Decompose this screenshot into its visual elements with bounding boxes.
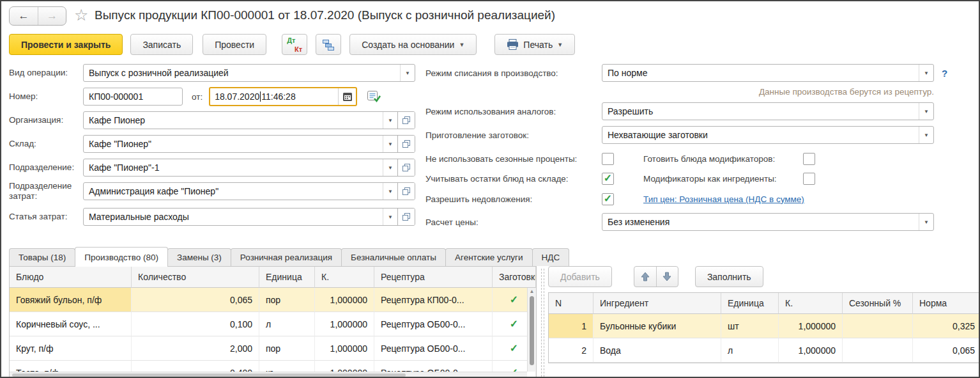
analogs-mode-select[interactable]: Разрешить ▼ [602,102,934,120]
chevron-down-icon[interactable]: ▼ [919,65,933,81]
warehouse-open-button[interactable] [397,136,415,152]
date-input[interactable]: 18.07.2020 11:46:28 [209,87,357,106]
tab-vat[interactable]: НДС [532,248,570,266]
column-header-k[interactable]: К. [315,267,374,288]
cell-ingredient[interactable]: Бульонные кубики [593,314,721,338]
move-down-button[interactable] [656,267,678,287]
cell-quantity[interactable]: 0,100 [132,312,259,336]
scroll-up-icon[interactable]: ▲ [528,288,536,295]
modifier-dishes-checkbox[interactable] [803,153,815,165]
cost-item-select[interactable]: Материальные расходы ▼ [83,208,415,226]
horizontal-scrollbar[interactable] [10,372,527,377]
column-header-norm[interactable]: Норма [913,293,980,314]
save-button[interactable]: Записать [130,34,193,55]
cell-recipe[interactable]: Рецептура КП00-0... [374,288,493,312]
blanks-preparation-select[interactable]: Нехватающие заготовки ▼ [602,126,934,144]
cost-department-select[interactable]: Администрация кафе "Пионер" ▼ [83,182,415,200]
shortage-checkbox[interactable] [602,193,614,205]
tab-goods[interactable]: Товары (18) [9,248,75,266]
column-header-recipe[interactable]: Рецептура [374,267,493,288]
calendar-button[interactable] [338,88,356,105]
table-row[interactable]: Говяжий бульон, п/ф 0,065 пор 1,000000 Р… [10,288,536,312]
column-header-unit[interactable]: Единица [259,267,315,288]
chevron-down-icon[interactable]: ▼ [383,136,397,152]
chevron-down-icon[interactable]: ▼ [383,183,397,200]
cost-department-open-button[interactable] [397,183,415,200]
vertical-scrollbar[interactable]: ▲ [527,288,536,372]
cell-quantity[interactable]: 0,065 [132,288,259,312]
column-header-quantity[interactable]: Количество [132,267,259,288]
cell-recipe[interactable]: Рецептура ОБ00-0... [374,336,493,361]
cell-ingredient[interactable]: Вода [593,338,721,363]
post-and-close-button[interactable]: Провести и закрыть [9,34,123,55]
back-button[interactable]: ← [10,7,38,25]
modifier-ingredients-checkbox[interactable] [803,173,815,185]
dish-stock-checkbox[interactable] [602,173,614,185]
chevron-down-icon[interactable]: ▼ [383,209,397,225]
chevron-down-icon[interactable]: ▼ [919,214,933,230]
organization-open-button[interactable] [397,112,415,129]
column-header-ingredient[interactable]: Ингредиент [593,293,721,314]
department-open-button[interactable] [397,159,415,176]
price-type-link[interactable]: Тип цен: Розничная цена (НДС в сумме) [643,194,804,204]
cell-dish[interactable]: Крут, п/ф [10,336,132,361]
cell-seasonal[interactable] [843,314,913,338]
cell-k[interactable]: 1,000000 [315,312,374,336]
chevron-down-icon[interactable]: ▼ [383,159,397,176]
cell-dish[interactable]: Коричневый соус, ... [10,312,132,336]
help-icon[interactable]: ? [942,68,947,79]
table-row[interactable]: 2 Вода л 1,000000 0,065 [549,338,980,363]
cell-unit[interactable]: л [259,312,315,336]
cell-n[interactable]: 1 [549,314,593,338]
seasonal-percent-checkbox[interactable] [602,153,614,165]
organization-select[interactable]: Кафе Пионер ▼ [83,111,415,129]
cell-k[interactable]: 1,000000 [315,336,374,361]
writeoff-mode-select[interactable]: По норме ▼ [602,64,934,82]
add-button[interactable]: Добавить [548,266,612,287]
chevron-down-icon[interactable]: ▼ [400,65,415,81]
cell-recipe[interactable]: Рецептура ОБ00-0... [374,312,493,336]
cell-k[interactable]: 1,000000 [779,338,843,363]
tab-production[interactable]: Производство (80) [75,247,168,267]
warehouse-select[interactable]: Кафе "Пионер" ▼ [83,135,415,153]
cell-unit[interactable]: л [721,338,779,363]
vertical-scrollbar-thumb[interactable] [530,296,534,365]
cell-unit[interactable]: пор [259,336,315,361]
cost-item-open-button[interactable] [397,209,415,225]
tab-replacements[interactable]: Замены (3) [167,248,231,266]
fill-button[interactable]: Заполнить [695,266,763,287]
favorite-star-icon[interactable]: ☆ [74,6,88,24]
operation-type-select[interactable]: Выпуск с розничной реализацией ▼ [83,64,415,82]
department-select[interactable]: Кафе "Пионер"-1 ▼ [83,159,415,177]
price-calc-select[interactable]: Без изменения ▼ [602,213,934,231]
forward-button[interactable]: → [38,7,66,25]
cell-unit[interactable]: пор [259,288,315,312]
move-up-button[interactable] [634,267,656,287]
number-input[interactable]: КП00-000001 [83,88,183,106]
tab-cashless-payments[interactable]: Безналичные оплаты [341,248,446,266]
column-header-n[interactable]: N [549,293,593,314]
cell-k[interactable]: 1,000000 [315,288,374,312]
chevron-down-icon[interactable]: ▼ [919,103,933,120]
post-button[interactable]: Провести [203,34,266,55]
cell-norm[interactable]: 0,325 [913,314,980,338]
cell-dish[interactable]: Говяжий бульон, п/ф [10,288,132,312]
table-row[interactable]: Крут, п/ф 2,000 пор 1,000000 Рецептура О… [10,336,536,361]
column-header-k[interactable]: К. [779,293,843,314]
chevron-down-icon[interactable]: ▼ [383,112,397,129]
column-header-unit[interactable]: Единица [721,293,779,314]
cell-norm[interactable]: 0,065 [913,338,980,363]
tab-agent-services[interactable]: Агентские услуги [445,248,533,266]
document-structure-button[interactable] [316,34,341,55]
cell-n[interactable]: 2 [549,338,593,363]
print-button[interactable]: Печать ▼ [494,34,575,55]
table-row[interactable]: Коричневый соус, ... 0,100 л 1,000000 Ре… [10,312,536,336]
auto-number-status-button[interactable] [367,90,381,103]
chevron-down-icon[interactable]: ▼ [919,127,933,143]
column-header-dish[interactable]: Блюдо [10,267,132,288]
column-header-seasonal[interactable]: Сезонный % [843,293,913,314]
create-based-on-button[interactable]: Создать на основании ▼ [349,34,477,55]
tab-retail-sales[interactable]: Розничная реализация [231,248,342,266]
cell-unit[interactable]: шт [721,314,779,338]
cell-quantity[interactable]: 2,000 [132,336,259,361]
